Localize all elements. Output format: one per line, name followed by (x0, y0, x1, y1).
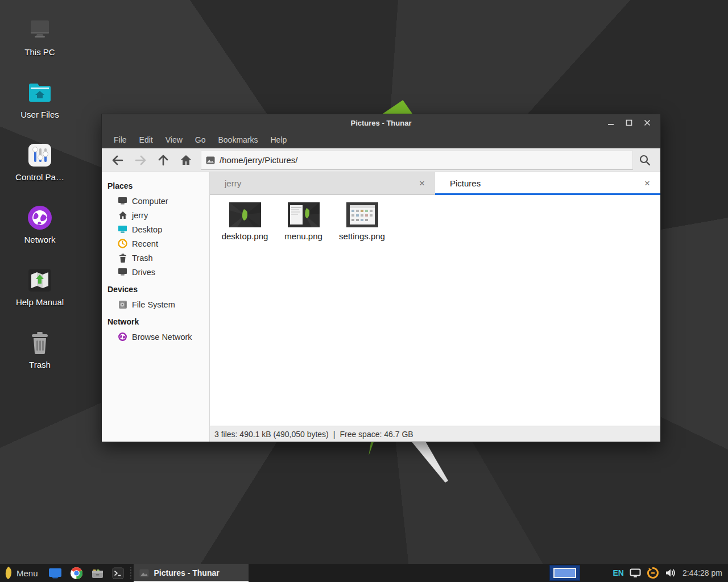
desktop-icon-this-pc[interactable]: This PC (0, 10, 80, 73)
path-text: /home/jerry/Pictures/ (220, 155, 298, 165)
sidebar-heading-devices: Devices (107, 285, 209, 294)
maximize-button[interactable] (624, 118, 634, 128)
network-globe-icon (27, 205, 53, 231)
tab-strip: jerry × Pictures × (210, 172, 660, 195)
menu-logo-icon (4, 566, 13, 580)
chrome-icon (70, 567, 83, 580)
file-system-drive-icon (118, 300, 127, 309)
file-view[interactable]: desktop.png (210, 195, 660, 426)
app-menu-button[interactable]: Menu (0, 564, 44, 582)
desktop-icon-help-manual[interactable]: Help Manual (0, 260, 80, 323)
close-button[interactable] (642, 118, 652, 128)
menubar: File Edit View Go Bookmarks Help (102, 131, 660, 148)
toolbar: /home/jerry/Pictures/ (102, 148, 660, 172)
status-separator: | (333, 430, 336, 439)
menu-bookmarks[interactable]: Bookmarks (212, 132, 264, 147)
window-title: Pictures - Thunar (102, 119, 660, 127)
keyboard-layout-indicator[interactable]: EN (610, 564, 626, 582)
desktop-icon-label: Help Manual (16, 297, 64, 307)
file-settings-png[interactable]: settings.png (333, 202, 391, 241)
file-thumbnail (287, 202, 320, 228)
tab-close-icon[interactable]: × (417, 177, 427, 189)
titlebar[interactable]: Pictures - Thunar (102, 114, 660, 131)
minimize-button[interactable] (606, 118, 616, 128)
desktop-icon-trash[interactable]: Trash (0, 323, 80, 385)
taskbar: Menu (0, 564, 728, 582)
desktop-icon-control-panel[interactable]: Control Pa… (0, 135, 80, 198)
file-desktop-png[interactable]: desktop.png (216, 202, 274, 241)
up-icon (158, 155, 168, 166)
task-button-label: Pictures - Thunar (154, 568, 220, 577)
home-small-icon (118, 210, 127, 220)
sidebar-heading-network: Network (107, 317, 209, 326)
desktop-icon-network[interactable]: Network (0, 198, 80, 260)
wallpaper-green-sliver (367, 440, 374, 455)
wallpaper-green-triangle (383, 100, 412, 114)
image-file-icon (206, 156, 215, 164)
desktop-icon-label: Control Pa… (15, 172, 64, 182)
archive-launcher[interactable] (87, 564, 108, 582)
drives-icon (118, 267, 127, 277)
trash-can-icon (27, 330, 53, 356)
this-pc-icon (27, 17, 53, 43)
sidebar-heading-places: Places (107, 181, 209, 190)
workspace-switcher[interactable] (549, 565, 580, 581)
sidebar-item-desktop[interactable]: Desktop (107, 222, 209, 236)
home-button[interactable] (175, 151, 197, 170)
back-button[interactable] (106, 151, 129, 170)
taskbar-separator (129, 567, 133, 579)
volume-tray[interactable] (662, 564, 679, 582)
tab-close-icon[interactable]: × (642, 177, 652, 189)
sidebar-item-computer[interactable]: Computer (107, 194, 209, 208)
home-icon (180, 155, 192, 165)
file-manager-launcher[interactable] (44, 564, 66, 582)
path-bar[interactable]: /home/jerry/Pictures/ (201, 151, 633, 170)
thunar-window: Pictures - Thunar File Edit View Go Book… (101, 114, 661, 442)
volume-icon (665, 568, 676, 578)
menu-edit[interactable]: Edit (133, 132, 159, 147)
menu-file[interactable]: File (107, 132, 133, 147)
sidebar-item-file-system[interactable]: File System (107, 297, 209, 311)
status-free-space: Free space: 46.7 GB (340, 430, 413, 439)
wallpaper-white-shard (411, 440, 448, 483)
display-icon (630, 568, 641, 578)
file-cabinet-icon (91, 567, 104, 579)
menu-view[interactable]: View (159, 132, 189, 147)
sidebar-item-trash[interactable]: Trash (107, 251, 209, 265)
search-button[interactable] (633, 151, 657, 170)
desktop-monitor-icon (118, 225, 127, 234)
desktop-icon-label: User Files (20, 110, 59, 119)
up-button[interactable] (152, 151, 175, 170)
recent-clock-icon (118, 239, 127, 248)
updates-tray[interactable] (644, 564, 662, 582)
minimize-icon (607, 119, 614, 126)
tab-pictures[interactable]: Pictures × (435, 172, 660, 194)
status-files-summary: 3 files: 490.1 kB (490,050 bytes) (214, 430, 329, 439)
sidebar-item-recent[interactable]: Recent (107, 236, 209, 251)
sidebar-item-jerry-home[interactable]: jerry (107, 208, 209, 222)
terminal-launcher[interactable] (108, 564, 128, 582)
file-thumbnail (346, 202, 379, 228)
task-button-thunar[interactable]: Pictures - Thunar (134, 564, 249, 582)
desktop-icon-label: This PC (24, 47, 55, 57)
desktop-icon-label: Trash (29, 360, 51, 369)
desktop-icon-user-files[interactable]: User Files (0, 73, 80, 135)
menu-help[interactable]: Help (264, 132, 293, 147)
chrome-launcher[interactable] (66, 564, 87, 582)
tab-jerry[interactable]: jerry × (210, 172, 435, 194)
user-files-folder-icon (27, 80, 53, 106)
forward-button[interactable] (129, 151, 152, 170)
desktop-icon-label: Network (24, 235, 55, 244)
sidebar-item-browse-network[interactable]: Browse Network (107, 330, 209, 344)
file-thumbnail (229, 202, 262, 228)
menu-go[interactable]: Go (189, 132, 212, 147)
update-refresh-icon (647, 567, 659, 579)
clock[interactable]: 2:44:28 pm (679, 568, 728, 577)
display-settings-tray[interactable] (627, 564, 644, 582)
back-icon (111, 155, 124, 165)
sidebar-item-drives[interactable]: Drives (107, 265, 209, 279)
browse-network-globe-icon (118, 332, 127, 342)
close-icon (644, 119, 651, 126)
file-menu-png[interactable]: menu.png (274, 202, 333, 241)
workspace-1[interactable] (553, 568, 576, 578)
